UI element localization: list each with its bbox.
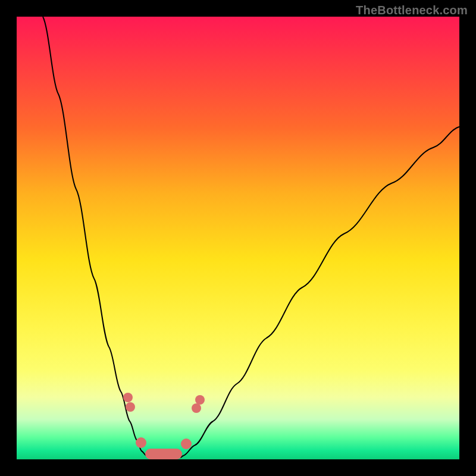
right-upper-dot-2 (195, 395, 205, 405)
left-curve-path (43, 17, 146, 456)
chart-frame (17, 17, 459, 459)
floor-pill (145, 449, 182, 459)
left-lower-dot (136, 437, 146, 448)
left-upper-dot-2 (126, 402, 135, 412)
right-curve-path (183, 127, 459, 456)
markers-group (123, 393, 205, 459)
chart-svg (17, 17, 459, 459)
right-upper-dot-1 (192, 403, 201, 413)
right-lower-dot (181, 439, 192, 449)
watermark-text: TheBottleneck.com (356, 4, 468, 17)
left-upper-dot-1 (123, 393, 133, 402)
